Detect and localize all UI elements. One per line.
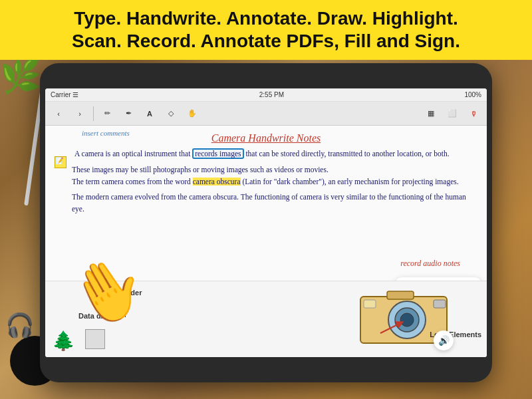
svg-point-3 [400, 313, 414, 327]
sticky-note-icon: 📝 [55, 156, 66, 168]
p1-text-after: that can be stored directly, transmitted… [244, 150, 450, 158]
paragraph-2: These images may be still photographs or… [72, 164, 477, 188]
battery-label: 100% [464, 91, 481, 98]
eraser-tool-button[interactable]: ◇ [162, 104, 180, 123]
header-line-2: Scan. Record. Annotate PDFs, Fill and Si… [72, 30, 460, 53]
back-button[interactable]: ‹ [49, 104, 68, 123]
carrier-label: Carrier ☰ [51, 91, 78, 98]
camera-button[interactable]: ⬜ [443, 104, 462, 123]
hand-tool-button[interactable]: ✋ [183, 104, 201, 123]
records-images-highlight: records images [192, 148, 243, 159]
svg-rect-5 [364, 300, 376, 308]
volume-button[interactable]: 🔊 [434, 331, 454, 350]
annotation-insert: insert comments [82, 129, 130, 137]
paragraph-3: The modern camera evolved from the camer… [72, 192, 477, 215]
plant-decoration: 🌿 [0, 57, 41, 95]
svg-rect-4 [387, 291, 414, 299]
toolbar: ‹ › ✏ ✒ A ◇ ✋ ▦ ⬜ 🎙 [45, 102, 487, 126]
header-line-1: Type. Handwrite. Annotate. Draw. Highlig… [74, 7, 458, 30]
record-button[interactable]: 🎙 [464, 104, 483, 123]
image-button[interactable]: ▦ [422, 104, 440, 123]
toolbar-divider-1 [93, 106, 94, 121]
text-tool-button[interactable]: A [140, 104, 159, 123]
svg-rect-6 [434, 300, 446, 308]
ipad-frame: Carrier ☰ 2:55 PM 100% ‹ › ✏ ✒ A ◇ ✋ ▦ ⬜… [40, 63, 492, 382]
p1-text-before: A camera is an optical instrument that [74, 150, 192, 158]
paragraph-1: A camera is an optical instrument that r… [74, 148, 477, 160]
forward-button[interactable]: › [70, 104, 89, 123]
pen-tool-button[interactable]: ✏ [98, 104, 116, 123]
annotation-record: record audio notes [400, 259, 460, 269]
status-bar: Carrier ☰ 2:55 PM 100% [45, 88, 487, 102]
earphones: 🎧 [5, 312, 35, 339]
header-banner: Type. Handwrite. Annotate. Draw. Highlig… [0, 0, 532, 60]
brush-tool-button[interactable]: ✒ [119, 104, 138, 123]
time-label: 2:55 PM [259, 91, 284, 98]
camera-obscura-highlight: camera obscura [193, 178, 241, 186]
camera-svg [340, 283, 473, 350]
